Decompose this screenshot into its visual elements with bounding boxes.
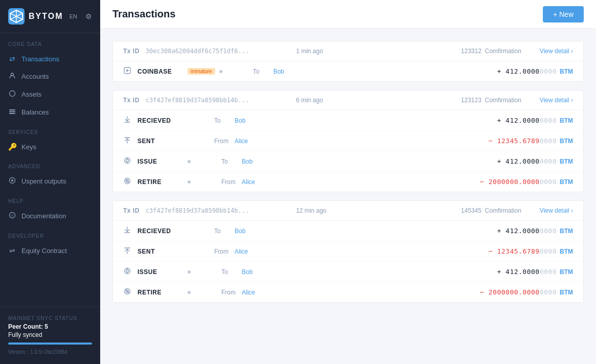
amount-main: 2000000.0000	[484, 178, 539, 186]
view-detail-link-2[interactable]: View detail ›	[540, 207, 573, 214]
sync-peer-count: Peer Count: 5	[8, 323, 92, 330]
amount-sign: +	[497, 67, 501, 75]
amount-main: 412.0000	[501, 157, 540, 165]
tx-currency-1-1: BTM	[560, 138, 573, 145]
tx-address-0-0[interactable]: Bob	[273, 68, 299, 75]
amount-sign: −	[489, 137, 493, 145]
tx-row-2-0: RECIEVED To Bob + 412.00000000 BTM	[113, 221, 583, 241]
tx-type-icon-issue	[123, 267, 133, 277]
logo-area: BYTOM EN ⚙	[0, 0, 100, 33]
tx-currency-2-0: BTM	[560, 228, 573, 235]
sidebar: BYTOM EN ⚙ CORE DATA ⇄ Transactions Acco…	[0, 0, 100, 364]
tx-row-1-1: SENT From Alice − 12345.67890000 BTM	[113, 131, 583, 151]
tx-address-2-0[interactable]: Bob	[235, 228, 260, 235]
tx-currency-0-0: BTM	[560, 68, 573, 75]
tx-type-label-2-3: RETIRE	[137, 289, 184, 296]
sidebar-item-label: Balances	[21, 108, 49, 116]
view-detail-link-0[interactable]: View detail ›	[540, 48, 573, 55]
amount-sign: +	[497, 117, 501, 124]
tx-type-icon-sent	[123, 246, 133, 256]
tx-address-1-2[interactable]: Bob	[242, 158, 267, 165]
tx-type-icon-coinbase	[123, 66, 133, 76]
view-detail-link-1[interactable]: View detail ›	[540, 97, 573, 104]
tx-dot	[188, 160, 191, 163]
sidebar-item-assets[interactable]: Assets	[0, 85, 100, 103]
amount-main: 12345.6789	[493, 247, 540, 255]
tx-address-1-0[interactable]: Bob	[235, 117, 260, 124]
accounts-icon	[8, 72, 16, 81]
amount-main: 412.0000	[501, 268, 540, 276]
tx-direction-2-3: From	[221, 289, 242, 296]
tx-row-2-2: ISSUE To Bob + 412.00000000 BTM	[113, 262, 583, 282]
sidebar-item-keys[interactable]: 🔑 Keys	[0, 138, 100, 155]
tx-currency-1-0: BTM	[560, 117, 573, 124]
tx-type-icon-retire	[123, 177, 133, 187]
amount-sign: −	[489, 247, 493, 255]
amount-sign: +	[497, 268, 501, 276]
tx-direction-0-0: To	[253, 68, 273, 75]
amount-trailing: 0000	[540, 288, 557, 296]
sidebar-item-accounts[interactable]: Accounts	[0, 67, 100, 85]
tx-type-icon-received	[123, 116, 133, 125]
sidebar-item-unspent[interactable]: Uspent outputs	[0, 172, 100, 190]
sidebar-item-balances[interactable]: Balances	[0, 103, 100, 121]
amount-main: 12345.6789	[493, 137, 540, 145]
transactions-icon: ⇄	[8, 55, 16, 63]
tx-dot	[188, 291, 191, 294]
tx-address-1-3[interactable]: Alice	[242, 178, 267, 186]
tx-row-2-3: RETIRE From Alice − 2000000.00000000 BTM	[113, 282, 583, 302]
sidebar-item-label: Documentation	[21, 212, 66, 220]
tx-row-2-1: SENT From Alice − 12345.67890000 BTM	[113, 241, 583, 262]
amount-trailing: 0000	[540, 117, 557, 124]
amount-sign: +	[497, 227, 501, 235]
tx-amount-1-3: − 2000000.00000000	[480, 178, 557, 186]
tx-address-2-3[interactable]: Alice	[242, 289, 267, 296]
tx-row-1-3: RETIRE From Alice − 2000000.00000000 BTM	[113, 172, 583, 192]
tx-direction-1-3: From	[221, 178, 242, 186]
amount-main: 412.0000	[501, 67, 540, 75]
tx-direction-2-2: To	[221, 268, 242, 276]
language-button[interactable]: EN	[70, 13, 77, 19]
sync-label: MAINNET SNYC STATUS	[8, 315, 92, 321]
tx-header-1: Tx ID c3f427ef8819d37a8598bb14b... 6 min…	[113, 90, 583, 110]
amount-trailing: 0000	[540, 178, 557, 186]
tx-address-2-2[interactable]: Bob	[242, 268, 267, 276]
tx-dot	[219, 70, 222, 73]
svg-point-25	[126, 270, 129, 272]
tx-type-label-1-1: SENT	[137, 138, 184, 145]
tx-tag: immature	[188, 68, 215, 75]
amount-main: 412.0000	[501, 117, 540, 124]
tx-card-0: Tx ID 30ec308a62094ddf6c75f1df6... 1 min…	[112, 41, 584, 82]
tx-address-2-1[interactable]: Alice	[235, 248, 260, 255]
tx-id-value-2: c3f427ef8819d37a8598bb14b...	[146, 207, 249, 214]
tx-id-label: Tx ID	[123, 97, 140, 104]
sidebar-item-transactions[interactable]: ⇄ Transactions	[0, 50, 100, 67]
transactions-list: Tx ID 30ec308a62094ddf6c75f1df6... 1 min…	[100, 29, 596, 364]
tx-type-label-0-0: COINBASE	[137, 68, 184, 75]
tx-card-2: Tx ID c3f427ef8819d37a8598bb14b... 12 mi…	[112, 200, 584, 303]
svg-rect-7	[9, 109, 15, 110]
svg-rect-9	[9, 113, 15, 114]
tx-amount-1-2: + 412.00000000	[497, 157, 557, 165]
version-label: Version：1.0.5+2bc2396a	[8, 349, 92, 356]
tx-confirmations-2: 145345 Comfirmation	[461, 207, 521, 214]
tx-confirmations-1: 123123 Comfirmation	[461, 97, 521, 104]
tx-time-2: 12 min ago	[296, 207, 326, 214]
tx-header-2: Tx ID c3f427ef8819d37a8598bb14b... 12 mi…	[113, 201, 583, 221]
new-button[interactable]: + New	[543, 6, 584, 22]
sync-bar-background	[8, 343, 92, 345]
section-label-advanced: ADVANCED	[0, 155, 100, 172]
tx-currency-2-2: BTM	[560, 268, 573, 276]
sync-status: Fully synced	[8, 331, 92, 338]
tx-direction-2-1: From	[214, 248, 235, 255]
tx-direction-1-2: To	[221, 158, 242, 165]
tx-address-1-1[interactable]: Alice	[235, 138, 260, 145]
settings-icon[interactable]: ⚙	[85, 12, 92, 20]
sidebar-item-equity[interactable]: ⇌ Equity Contract	[0, 242, 100, 259]
tx-amount-2-3: − 2000000.00000000	[480, 288, 557, 296]
tx-type-label-1-2: ISSUE	[137, 158, 184, 165]
sidebar-item-documentation[interactable]: ? Documentation	[0, 207, 100, 225]
tx-type-label-2-1: SENT	[137, 248, 184, 255]
unspent-icon	[8, 177, 16, 186]
svg-point-5	[11, 73, 14, 76]
